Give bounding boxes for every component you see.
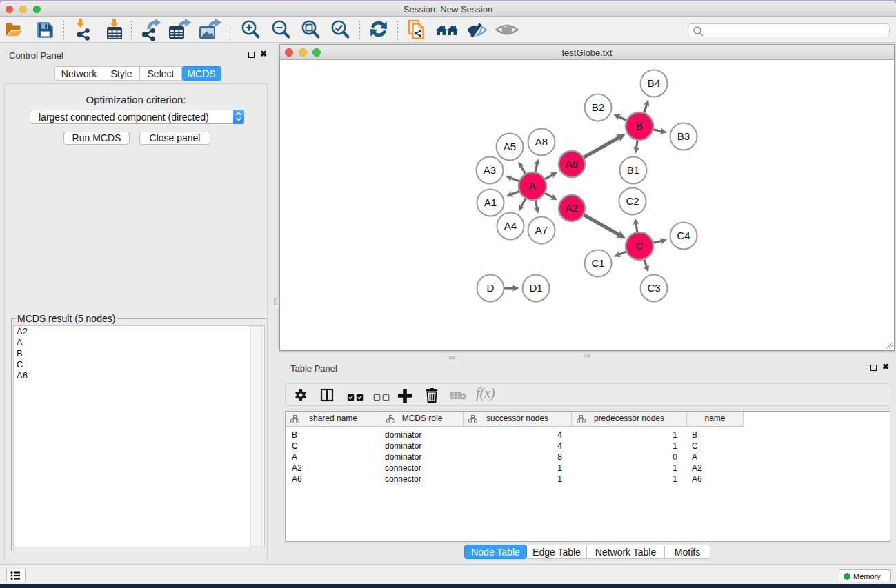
- svg-text:A6: A6: [566, 158, 578, 170]
- svg-text:A2: A2: [566, 202, 578, 214]
- svg-text:B4: B4: [648, 77, 660, 89]
- svg-text:B: B: [636, 120, 643, 132]
- svg-text:B3: B3: [677, 130, 690, 142]
- svg-text:A4: A4: [504, 220, 517, 232]
- svg-text:A5: A5: [504, 141, 516, 152]
- svg-text:C: C: [636, 240, 644, 252]
- svg-text:A3: A3: [484, 164, 496, 176]
- svg-text:C3: C3: [647, 282, 660, 294]
- svg-text:B1: B1: [627, 164, 639, 176]
- svg-text:D1: D1: [529, 282, 542, 294]
- svg-text:C4: C4: [677, 230, 690, 241]
- svg-text:C1: C1: [591, 257, 604, 269]
- svg-text:A8: A8: [535, 136, 548, 148]
- svg-text:B2: B2: [592, 101, 604, 113]
- svg-text:D: D: [487, 282, 495, 294]
- svg-text:A7: A7: [535, 224, 548, 236]
- svg-text:A: A: [529, 180, 536, 192]
- svg-text:C2: C2: [626, 195, 639, 207]
- svg-text:A1: A1: [484, 196, 497, 208]
